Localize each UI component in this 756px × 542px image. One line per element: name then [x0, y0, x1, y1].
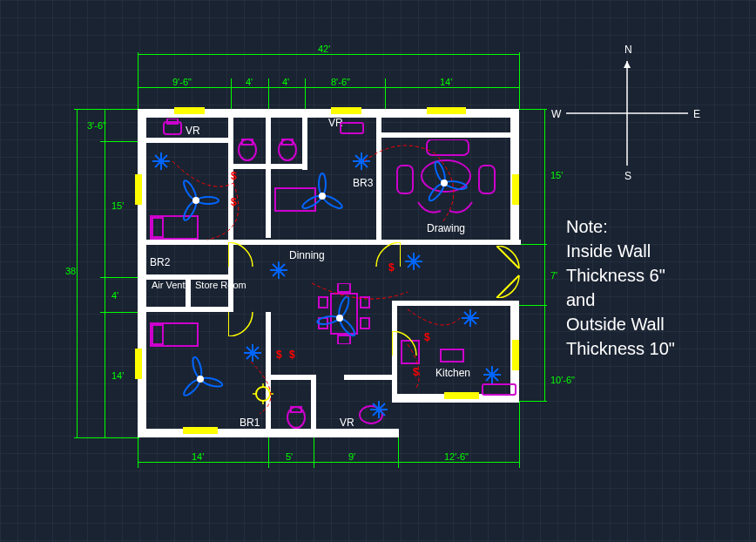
dim-ext [138, 437, 138, 468]
note-line5: Thickness 10" [566, 339, 675, 358]
dim-ext [385, 78, 386, 109]
dim-txt: 3'-6" [87, 120, 106, 131]
dim-ext [519, 52, 520, 109]
dim-top-total-text: 42' [318, 44, 330, 54]
dim-txt: 15' [111, 200, 124, 211]
dim-txt: 14' [440, 77, 452, 87]
dim-ext [314, 437, 314, 468]
dim-left-seg [105, 109, 105, 437]
dim-txt: 15' [550, 170, 563, 180]
door-icon [228, 242, 254, 268]
dim-txt: 10'-6" [550, 375, 575, 385]
dim-ext [231, 78, 232, 109]
compass-w: W [551, 108, 561, 120]
door-icon [392, 331, 418, 357]
dim-ext [138, 52, 138, 109]
note-title: Note: [566, 217, 608, 236]
dim-bottom-seg [138, 462, 519, 463]
note-line1: Inside Wall [566, 241, 651, 261]
compass-s: S [624, 170, 631, 182]
dim-txt: 7' [550, 270, 557, 281]
dim-txt: 38' [65, 266, 78, 276]
dim-txt: 4' [111, 290, 118, 301]
note-line2: Thickness 6" [566, 266, 665, 285]
wiring-overlay [138, 109, 521, 440]
dim-txt: 4' [246, 77, 253, 87]
dim-txt: 4' [282, 77, 289, 87]
dim-top-seg [138, 87, 519, 88]
dim-txt: 14' [192, 451, 204, 462]
dim-txt: 14' [111, 370, 124, 381]
door-icon [375, 242, 401, 268]
main-door-icon [496, 246, 544, 298]
dim-ext [74, 437, 139, 438]
dim-ext [74, 109, 139, 110]
dim-txt: 9'-6" [172, 77, 192, 87]
dim-txt: 12'-6" [444, 451, 469, 462]
compass-n: N [624, 44, 632, 56]
dim-ext [398, 437, 399, 468]
dim-ext [100, 312, 139, 313]
dim-txt: 9' [348, 451, 355, 462]
dim-ext [519, 401, 547, 402]
dim-top-total [138, 54, 519, 55]
dim-ext [519, 244, 547, 245]
note-line4: Outside Wall [566, 315, 665, 334]
dim-right-seg [544, 109, 545, 401]
dim-txt: 8'-6" [331, 77, 350, 87]
dim-ext [519, 109, 547, 110]
note-block: Note: Inside Wall Thickness 6" and Outsi… [566, 214, 675, 361]
dim-ext [100, 141, 139, 142]
dim-txt: 5' [286, 451, 293, 462]
door-icon [228, 310, 254, 336]
note-line3: and [566, 290, 595, 309]
dim-ext [100, 277, 139, 278]
dim-ext [268, 437, 269, 468]
dim-ext [268, 78, 269, 109]
dim-ext [305, 78, 306, 109]
compass-e: E [693, 108, 700, 120]
dim-ext [519, 305, 547, 306]
